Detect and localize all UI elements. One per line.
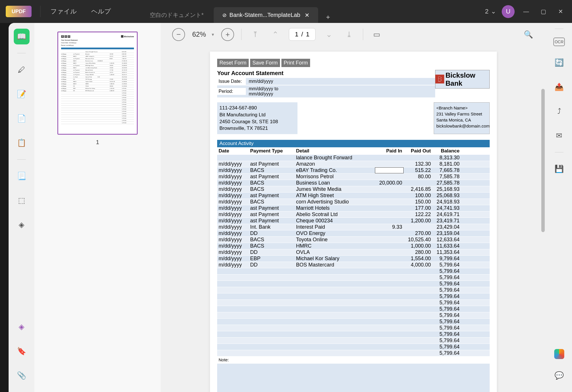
branch-info[interactable]: <Branch Name> 231 Valley Farms Street Sa… [434, 102, 490, 134]
cell-paid-out[interactable] [404, 300, 432, 306]
cell-balance[interactable]: 12,633.64 [432, 237, 461, 243]
table-row[interactable]: m/dd/yyyyInt. BankInterest Paid9.3323,42… [217, 224, 490, 230]
user-avatar[interactable]: U [502, 5, 515, 18]
cell-date[interactable] [217, 287, 249, 293]
cell-date[interactable] [217, 293, 249, 299]
cell-balance[interactable]: 24,619.71 [432, 211, 461, 217]
cell-detail[interactable] [295, 275, 375, 281]
zoom-in-button[interactable]: + [221, 28, 234, 41]
cell-detail[interactable]: Toyota Online [295, 237, 375, 243]
cell-type[interactable] [249, 155, 295, 161]
cell-paid-in[interactable] [375, 161, 404, 167]
cell-balance[interactable]: 8,313.30 [432, 155, 461, 161]
cell-type[interactable] [249, 281, 295, 287]
cell-detail[interactable]: corn Advertising Studio [295, 199, 375, 205]
cell-type[interactable] [249, 319, 295, 325]
tab-blank-document[interactable]: 空白のドキュメント* [141, 7, 212, 23]
cell-type[interactable]: ast Payment [249, 211, 295, 217]
menu-file[interactable]: ファイル [43, 7, 84, 16]
cell-balance[interactable]: 27,585.78 [432, 180, 461, 186]
cell-date[interactable] [217, 300, 249, 306]
cell-paid-in[interactable] [375, 293, 404, 299]
cell-paid-in[interactable] [375, 268, 404, 274]
cell-balance[interactable]: 24,918.93 [432, 199, 461, 205]
search-button[interactable]: 🔍 [522, 28, 535, 41]
cell-detail[interactable] [295, 300, 375, 306]
cell-detail[interactable]: ATM High Street [295, 193, 375, 199]
cell-date[interactable] [217, 338, 249, 344]
table-row[interactable]: 5,799.64 [217, 287, 490, 293]
save-form-button[interactable]: Save Form [250, 59, 280, 67]
cell-paid-in[interactable] [375, 319, 404, 325]
table-row[interactable]: 5,799.64 [217, 325, 490, 331]
cell-paid-in[interactable] [375, 243, 404, 249]
export-tool[interactable]: 📤 [551, 79, 567, 95]
cell-paid-in[interactable] [375, 350, 404, 356]
cell-date[interactable] [217, 155, 249, 161]
cell-type[interactable]: BACS [249, 243, 295, 249]
table-row[interactable]: m/dd/yyyyast PaymentAmazon132.308,181.00 [217, 161, 490, 167]
cell-detail[interactable]: OVO Energy [295, 230, 375, 236]
cell-paid-out[interactable] [404, 325, 432, 331]
cell-detail[interactable]: eBAY Trading Co. [295, 167, 375, 173]
cell-paid-out[interactable] [404, 224, 432, 230]
cell-paid-out[interactable] [404, 275, 432, 281]
table-row[interactable]: m/dd/yyyyEBPMichael Kor Salary1,554.009,… [217, 256, 490, 262]
cell-date[interactable]: m/dd/yyyy [217, 193, 249, 199]
cell-paid-out[interactable]: 122.22 [404, 211, 432, 217]
reader-tool[interactable]: 📖 [14, 29, 30, 44]
cell-type[interactable] [249, 338, 295, 344]
comment-tool[interactable]: 💬 [551, 368, 567, 383]
cell-paid-out[interactable]: 515.22 [404, 167, 432, 173]
page-thumbnail[interactable]: RSP 🅱 Bickslow Your Account Statement Is… [57, 32, 138, 135]
cell-balance[interactable]: 5,799.64 [432, 331, 461, 337]
cell-paid-out[interactable]: 280.00 [404, 249, 432, 255]
cell-detail[interactable]: Business Loan [295, 180, 375, 186]
cell-date[interactable]: m/dd/yyyy [217, 224, 249, 230]
cell-type[interactable] [249, 306, 295, 312]
cell-paid-out[interactable]: 150.00 [404, 199, 432, 205]
cell-balance[interactable]: 25,068.93 [432, 193, 461, 199]
cell-detail[interactable] [295, 312, 375, 318]
cell-paid-out[interactable]: 270.00 [404, 230, 432, 236]
cell-paid-out[interactable] [404, 281, 432, 287]
cell-balance[interactable]: 5,799.64 [432, 312, 461, 318]
table-row[interactable]: m/dd/yyyyBACSeBAY Trading Co.515.227,665… [217, 167, 490, 174]
table-row[interactable]: 5,799.64 [217, 306, 490, 312]
cell-detail[interactable] [295, 325, 375, 331]
cell-paid-out[interactable] [404, 293, 432, 299]
cell-paid-in[interactable] [375, 325, 404, 331]
reset-form-button[interactable]: Reset Form [217, 59, 249, 67]
cell-type[interactable]: ast Payment [249, 174, 295, 180]
cell-date[interactable] [217, 268, 249, 274]
cell-balance[interactable]: 24,741.93 [432, 205, 461, 211]
cell-paid-in[interactable] [375, 249, 404, 255]
cell-paid-out[interactable] [404, 319, 432, 325]
table-row[interactable]: m/dd/yyyyast PaymentMarriott Hotels177.0… [217, 205, 490, 211]
cell-paid-in[interactable] [375, 287, 404, 293]
cell-paid-in[interactable] [375, 300, 404, 306]
cell-type[interactable] [249, 331, 295, 337]
cell-date[interactable]: m/dd/yyyy [217, 256, 249, 262]
save-tool[interactable]: 💾 [551, 161, 567, 177]
cell-date[interactable]: m/dd/yyyy [217, 211, 249, 217]
cell-date[interactable]: m/dd/yyyy [217, 199, 249, 205]
cell-balance[interactable]: 7,585.78 [432, 174, 461, 180]
cell-paid-out[interactable] [404, 155, 432, 161]
table-row[interactable]: 5,799.64 [217, 319, 490, 325]
cell-type[interactable]: BACS [249, 186, 295, 192]
crop-tool[interactable]: ⬚ [14, 193, 30, 208]
table-row[interactable]: m/dd/yyyyast PaymentAbelio Scotrail Ltd1… [217, 211, 490, 218]
compress-tool[interactable]: ◈ [14, 217, 30, 233]
table-row[interactable]: m/dd/yyyyBACSToyota Online10,525.4012,63… [217, 237, 490, 243]
cell-type[interactable]: BACS [249, 199, 295, 205]
cell-type[interactable]: DD [249, 230, 295, 236]
cell-date[interactable] [217, 350, 249, 356]
cell-balance[interactable]: 5,799.64 [432, 319, 461, 325]
edit-tool[interactable]: 📝 [14, 86, 30, 102]
add-tab-button[interactable]: + [322, 11, 334, 23]
share-tool[interactable]: ⤴ [551, 103, 567, 119]
cell-type[interactable]: ast Payment [249, 161, 295, 167]
table-row[interactable]: m/dd/yyyyast PaymentMorrisons Petrol80.0… [217, 174, 490, 180]
ai-assistant-icon[interactable] [554, 349, 564, 359]
